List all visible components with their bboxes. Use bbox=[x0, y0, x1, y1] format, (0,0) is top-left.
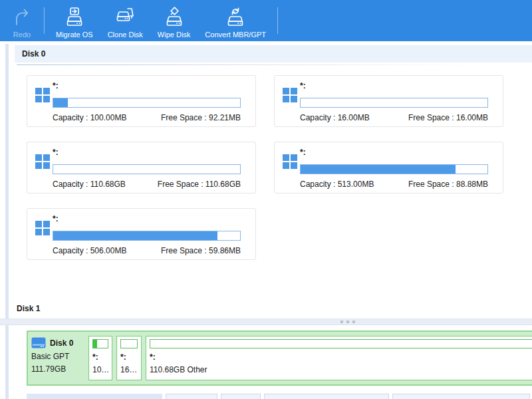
partition-usage-fill bbox=[93, 340, 97, 348]
partition-block[interactable] bbox=[264, 394, 389, 399]
free-space-text: Free Space : 16.00MB bbox=[408, 113, 488, 122]
capacity-text: Capacity : 506.00MB bbox=[53, 246, 126, 255]
windows-logo-icon bbox=[35, 221, 50, 235]
volume-label: *: bbox=[300, 148, 488, 157]
usage-bar bbox=[53, 164, 241, 174]
capacity-text: Capacity : 100.00MB bbox=[53, 113, 126, 122]
disk0-map-row[interactable]: Disk 0 Basic GPT 111.79GB *: 10… *: 16… … bbox=[27, 331, 532, 386]
partition-usage-bar bbox=[120, 339, 138, 348]
free-space-text: Free Space : 88.88MB bbox=[408, 180, 488, 189]
volume-label: *: bbox=[53, 148, 241, 157]
volume-label: *: bbox=[53, 82, 241, 90]
windows-logo-icon bbox=[283, 88, 297, 102]
migrate-os-label: Migrate OS bbox=[56, 31, 93, 39]
capacity-text: Capacity : 110.68GB bbox=[53, 180, 126, 189]
partition-block[interactable] bbox=[392, 394, 530, 399]
disk0-section-header: Disk 0 bbox=[15, 45, 532, 63]
usage-bar-fill bbox=[301, 165, 456, 174]
clone-disk-button[interactable]: Clone Disk bbox=[100, 2, 150, 39]
partition-size: 110.68GB Other bbox=[150, 365, 532, 374]
volume-card-grid: *: Capacity : 100.00MB Free Space : 92.2… bbox=[27, 75, 503, 260]
migrate-os-icon bbox=[64, 7, 85, 31]
usage-bar bbox=[53, 98, 241, 108]
left-scrollbar[interactable] bbox=[5, 44, 9, 399]
convert-mbr-gpt-label: Convert MBR/GPT bbox=[205, 31, 266, 39]
wipe-disk-icon bbox=[164, 7, 185, 31]
clone-disk-icon bbox=[114, 7, 136, 31]
redo-button[interactable]: Redo bbox=[4, 2, 40, 39]
disk-name: Disk 0 bbox=[50, 338, 73, 348]
wipe-disk-label: Wipe Disk bbox=[158, 31, 191, 39]
redo-label: Redo bbox=[13, 31, 31, 39]
usage-bar bbox=[300, 98, 488, 108]
usage-bar-fill bbox=[53, 231, 217, 240]
capacity-text: Capacity : 16.00MB bbox=[300, 113, 370, 122]
partition-label: *: bbox=[92, 353, 108, 361]
capacity-text: Capacity : 513.00MB bbox=[300, 180, 374, 189]
disk0-section-title: Disk 0 bbox=[22, 49, 45, 59]
volume-label: *: bbox=[300, 82, 488, 90]
disk-icon bbox=[31, 337, 46, 348]
redo-icon bbox=[11, 7, 33, 31]
partition-label: *: bbox=[150, 353, 532, 361]
partition-usage-bar bbox=[150, 339, 532, 348]
free-space-text: Free Space : 92.21MB bbox=[161, 113, 241, 122]
migrate-os-button[interactable]: Migrate OS bbox=[49, 2, 100, 39]
splitter-grip-icon bbox=[340, 321, 355, 323]
volume-card[interactable]: *: Capacity : 110.68GB Free Space : 110.… bbox=[27, 142, 256, 194]
windows-logo-icon bbox=[283, 154, 297, 169]
disk1-section-title: Disk 1 bbox=[17, 304, 40, 313]
partition-usage-bar bbox=[92, 339, 108, 348]
disk0-map-label: Disk 0 Basic GPT 111.79GB bbox=[28, 332, 88, 384]
volume-card[interactable]: *: Capacity : 16.00MB Free Space : 16.00… bbox=[274, 75, 503, 127]
disk1-map-label bbox=[27, 394, 162, 399]
wipe-disk-button[interactable]: Wipe Disk bbox=[150, 2, 198, 39]
clone-disk-label: Clone Disk bbox=[108, 31, 143, 39]
disk-type: Basic GPT bbox=[31, 352, 88, 361]
usage-bar-fill bbox=[53, 98, 68, 107]
free-space-text: Free Space : 110.68GB bbox=[158, 180, 241, 189]
partition-size: 16… bbox=[120, 365, 138, 374]
volume-card[interactable]: *: Capacity : 506.00MB Free Space : 59.8… bbox=[27, 208, 256, 260]
partition-block[interactable] bbox=[221, 394, 261, 399]
usage-bar bbox=[53, 231, 241, 241]
volume-label: *: bbox=[53, 215, 241, 223]
disk1-map-row[interactable] bbox=[27, 394, 530, 399]
convert-mbr-gpt-icon bbox=[225, 7, 246, 31]
panel-splitter[interactable] bbox=[0, 319, 532, 325]
partition-size: 10… bbox=[92, 365, 108, 374]
windows-logo-icon bbox=[35, 88, 50, 102]
partition-label: *: bbox=[120, 353, 138, 361]
usage-bar bbox=[300, 164, 488, 174]
partition-block[interactable] bbox=[166, 394, 217, 399]
windows-logo-icon bbox=[35, 154, 50, 169]
volume-card[interactable]: *: Capacity : 100.00MB Free Space : 92.2… bbox=[27, 75, 256, 127]
section-divider bbox=[17, 65, 482, 65]
convert-mbr-gpt-button[interactable]: Convert MBR/GPT bbox=[198, 2, 273, 39]
partition-block[interactable]: *: 10… bbox=[88, 336, 112, 380]
volume-card[interactable]: *: Capacity : 513.00MB Free Space : 88.8… bbox=[274, 142, 503, 194]
free-space-text: Free Space : 59.86MB bbox=[161, 246, 241, 255]
disk-size: 111.79GB bbox=[31, 364, 88, 374]
partition-block[interactable]: *: 16… bbox=[116, 336, 142, 380]
toolbar-separator bbox=[277, 7, 278, 34]
toolbar-separator bbox=[44, 7, 45, 34]
toolbar: Redo Migrate OS Cl bbox=[0, 0, 532, 41]
partition-block[interactable]: *: 110.68GB Other bbox=[146, 336, 532, 380]
